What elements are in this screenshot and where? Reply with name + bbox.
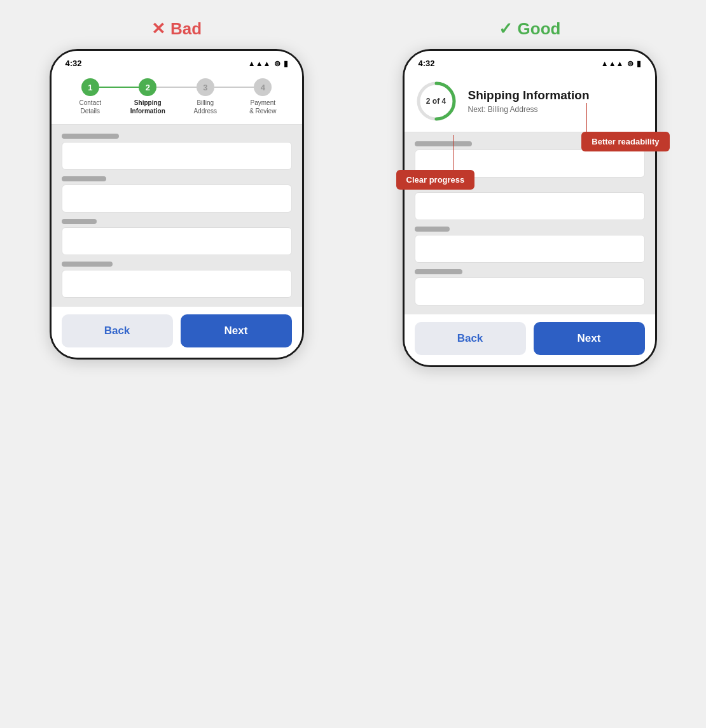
step-3-circle: 3 — [197, 78, 214, 96]
step-1-circle: 1 — [81, 78, 99, 96]
battery-icon: ▮ — [284, 59, 288, 68]
good-back-button[interactable]: Back — [415, 322, 526, 355]
field-3 — [62, 219, 292, 255]
bad-icon: ✕ — [151, 19, 165, 39]
bad-next-button[interactable]: Next — [181, 314, 292, 347]
step-3: 3 BillingAddress — [177, 78, 235, 115]
field-2-label — [62, 176, 106, 181]
good-progress-title: Shipping Information — [468, 88, 645, 103]
better-readability-line — [586, 103, 587, 135]
step-2: 2 ShippingInformation — [119, 78, 177, 115]
good-field-4-input[interactable] — [415, 277, 645, 305]
good-phone-wrapper: Clear progress Better readability 4:32 ▲… — [403, 49, 657, 367]
field-1-label — [62, 134, 119, 139]
good-phone: 4:32 ▲▲▲ ⊜ ▮ — [403, 49, 657, 367]
step-2-label: ShippingInformation — [130, 99, 165, 115]
field-3-input[interactable] — [62, 227, 292, 255]
good-wifi-icon: ⊜ — [627, 59, 633, 68]
clear-progress-line — [453, 135, 454, 173]
bad-phone: 4:32 ▲▲▲ ⊜ ▮ 1 — [50, 49, 304, 360]
good-label: Good — [518, 19, 561, 39]
good-battery-icon: ▮ — [637, 59, 641, 68]
field-1-input[interactable] — [62, 142, 292, 170]
good-column: ✓ Good Clear progress Better readability — [366, 19, 693, 367]
good-field-4-label — [415, 269, 462, 274]
good-signal-icon: ▲▲▲ — [601, 59, 624, 68]
good-field-2-input[interactable] — [415, 192, 645, 220]
good-time: 4:32 — [419, 59, 435, 68]
step-2-circle: 2 — [139, 78, 156, 96]
field-4-label — [62, 262, 113, 267]
step-1: 1 ContactDetails — [62, 78, 120, 115]
good-progress-sub: Next: Billing Address — [468, 105, 645, 114]
better-readability-callout: Better readability — [581, 132, 669, 151]
bad-progress-header: 1 ContactDetails 2 ShippingInformation 3… — [52, 72, 302, 125]
field-4-input[interactable] — [62, 270, 292, 298]
good-status-icons: ▲▲▲ ⊜ ▮ — [601, 59, 641, 68]
good-field-3 — [415, 227, 645, 263]
bad-column: ✕ Bad 4:32 ▲▲▲ ⊜ ▮ — [13, 19, 340, 360]
step-4-label: Payment& Review — [249, 99, 276, 115]
clear-progress-callout: Clear progress — [396, 170, 475, 190]
good-field-1-label — [415, 141, 472, 146]
bad-time: 4:32 — [66, 59, 82, 68]
bad-form-content — [52, 125, 302, 307]
bad-header: ✕ Bad — [151, 19, 202, 39]
better-readability-callout-group: Better readability — [581, 132, 669, 151]
field-1 — [62, 134, 292, 170]
wifi-icon: ⊜ — [274, 59, 280, 68]
field-2 — [62, 176, 292, 213]
good-icon: ✓ — [499, 19, 513, 39]
field-2-input[interactable] — [62, 185, 292, 213]
good-header: ✓ Good — [499, 19, 561, 39]
bad-label: Bad — [170, 19, 202, 39]
bad-footer: Back Next — [52, 307, 302, 358]
good-progress-text: Shipping Information Next: Billing Addre… — [468, 88, 645, 114]
comparison-container: ✕ Bad 4:32 ▲▲▲ ⊜ ▮ — [13, 19, 693, 367]
signal-icon: ▲▲▲ — [248, 59, 271, 68]
clear-progress-callout-group: Clear progress — [396, 170, 475, 190]
good-progress-header: 2 of 4 Shipping Information Next: Billin… — [405, 72, 655, 132]
bad-status-bar: 4:32 ▲▲▲ ⊜ ▮ — [52, 51, 302, 72]
good-field-4 — [415, 269, 645, 305]
good-next-button[interactable]: Next — [534, 322, 645, 355]
progress-label: 2 of 4 — [426, 97, 446, 106]
good-footer: Back Next — [405, 314, 655, 365]
field-3-label — [62, 219, 97, 224]
good-field-3-label — [415, 227, 450, 232]
bad-back-button[interactable]: Back — [62, 314, 173, 347]
good-field-3-input[interactable] — [415, 235, 645, 263]
good-status-bar: 4:32 ▲▲▲ ⊜ ▮ — [405, 51, 655, 72]
bad-status-icons: ▲▲▲ ⊜ ▮ — [248, 59, 288, 68]
step-4-circle: 4 — [254, 78, 272, 96]
steps-row: 1 ContactDetails 2 ShippingInformation 3… — [62, 78, 292, 115]
step-3-label: BillingAddress — [193, 99, 217, 115]
field-4 — [62, 262, 292, 298]
step-4: 4 Payment& Review — [234, 78, 292, 115]
progress-donut: 2 of 4 — [415, 80, 458, 123]
good-form-content — [405, 132, 655, 314]
step-1-label: ContactDetails — [80, 99, 101, 115]
